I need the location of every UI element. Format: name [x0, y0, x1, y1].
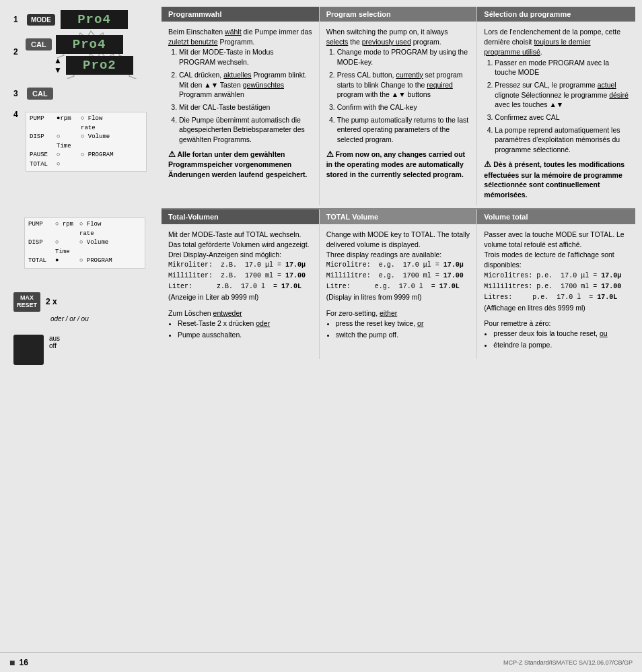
program-headers: Programmwahl Program selection Sélection… [162, 7, 635, 22]
step-4-num: 4 [13, 110, 22, 119]
total-content-en: Change with MODE key to TOTAL. The total… [320, 224, 478, 359]
prog-step-en-1: Change mode to PROGRAM by using the MODE… [337, 47, 470, 67]
max-reset-section: MAX RESET 2 x [13, 292, 155, 312]
mode-button[interactable]: MODE [27, 14, 55, 26]
prog-step-en-2: Press CAL button, currently set program … [337, 70, 470, 100]
reset-list-de: Reset-Taste 2 x drücken oder Pumpe aussc… [168, 318, 312, 340]
prog-content-fr: Lors de l'enclenchement de la pompe, cet… [477, 22, 635, 205]
step-3-row: 3 CAL [13, 88, 155, 100]
step-1-row: 1 MODE Pro4 [13, 10, 155, 29]
prog-step-fr-1: Passer en mode PROGRAM avec la touche MO… [495, 58, 629, 77]
display-pro4-step2: Pro4 [56, 35, 123, 54]
prog-step-de-1: Mit der MODE-Taste in Modus PROGRAM wech… [179, 47, 312, 67]
prog-step-en-4: The pump automatically returns to the la… [337, 115, 470, 145]
prog-steps-en: Change mode to PROGRAM by using the MODE… [326, 47, 470, 144]
status-display-step4: PUMP●rpm○ Flow rate DISP○ Time○ Volume P… [26, 112, 147, 172]
display-pro2-step2: Pro2 [66, 56, 133, 75]
total-content: Mit der MODE-Taste auf TOTAL wechseln. D… [162, 224, 635, 359]
step-3-num: 3 [13, 89, 22, 98]
prog-warning-fr: ⚠ Dès à présent, toutes les modification… [484, 159, 629, 200]
cal-button-step3[interactable]: CAL [27, 88, 53, 100]
reset-list-fr: presser deux fois la touche reset, ou ét… [484, 329, 629, 350]
total-section: Total-Volumen TOTAL Volume Volume total … [162, 208, 635, 359]
prog-step-fr-2: Pressez sur CAL, le programme actuel cli… [495, 80, 629, 110]
step-2-num: 2 [13, 47, 22, 57]
examples-de: Mikroliter: z.B. 17.0 μl = 17.0μ Millili… [168, 260, 312, 292]
aus-off-label: ausoff [49, 335, 60, 349]
total-content-de: Mit der MODE-Taste auf TOTAL wechseln. D… [162, 224, 320, 359]
prog-step-en-3: Confirm with the CAL-key [337, 102, 470, 112]
right-panels: Programmwahl Program selection Sélection… [162, 7, 635, 646]
oder-label: oder / or / ou [50, 315, 155, 323]
warning-icon-de: ⚠ [168, 149, 176, 159]
prog-step-de-4: Die Pumpe übernimmt automatisch die abge… [179, 115, 312, 145]
total-content-fr: Passer avec la touche MODE sur TOTAL. Le… [477, 224, 635, 359]
prog-content-de: Beim Einschalten wählt die Pumpe immer d… [162, 22, 320, 205]
step-4b-status: PUMP○ rpm○ Flow rate DISP○ Time○ Volume … [24, 215, 155, 269]
total-header-de: Total-Volumen [162, 209, 320, 224]
max-reset-button[interactable]: MAX RESET [13, 292, 40, 312]
prog-warning-de: ⚠ Alle fortan unter dem gewählten Progra… [168, 149, 312, 180]
black-square-icon [13, 335, 44, 365]
step-4-row: 4 PUMP●rpm○ Flow rate DISP○ Time○ Volume… [13, 110, 155, 172]
total-header-en: TOTAL Volume [320, 209, 478, 224]
display-pro4-step1: Pro4 [61, 10, 128, 29]
footer: ■ 16 MCP-Z Standard/ISMATEC SA/12.06.07/… [0, 652, 642, 672]
warning-icon-fr: ⚠ [484, 160, 491, 169]
page: 1 MODE Pro4 2 CAL Pro4 [0, 0, 642, 672]
prog-warning-en: ⚠ From now on, any changes carried out i… [326, 149, 470, 180]
step-1-num: 1 [13, 15, 22, 24]
2x-label: 2 x [46, 297, 57, 306]
footer-code: MCP-Z Standard/ISMATEC SA/12.06.07/CB/GP [503, 659, 633, 666]
main-content: 1 MODE Pro4 2 CAL Pro4 [0, 0, 642, 652]
total-headers: Total-Volumen TOTAL Volume Volume total [162, 209, 635, 224]
prog-header-fr: Sélection du programme [477, 7, 635, 22]
cal-button-step2[interactable]: CAL [26, 38, 52, 51]
prog-step-de-2: CAL drücken, aktuelles Programm blinkt. … [179, 70, 312, 100]
program-section: Programmwahl Program selection Sélection… [162, 7, 635, 205]
prog-header-de: Programmwahl [162, 7, 320, 22]
page-marker: ■ [9, 657, 15, 668]
left-panel: 1 MODE Pro4 2 CAL Pro4 [7, 7, 162, 646]
examples-fr: Microlitres: p.e. 17.0 μl = 17.0μ Millil… [484, 271, 629, 303]
page-number: 16 [19, 658, 28, 667]
prog-step-fr-3: Confirmez avec CAL [495, 112, 629, 123]
prog-step-de-3: Mit der CAL-Taste bestätigen [179, 102, 312, 112]
prog-steps-fr: Passer en mode PROGRAM avec la touche MO… [484, 58, 629, 155]
total-header-fr: Volume total [477, 209, 635, 224]
prog-content-en: When switching the pump on, it always se… [320, 22, 478, 205]
prog-steps-de: Mit der MODE-Taste in Modus PROGRAM wech… [168, 47, 312, 144]
prog-header-en: Program selection [320, 7, 478, 22]
reset-list-en: press the reset key twice, or switch the… [326, 318, 470, 340]
program-content: Beim Einschalten wählt die Pumpe immer d… [162, 22, 635, 205]
prog-step-fr-4: La pompe reprend automatiquement les par… [495, 125, 629, 155]
examples-en: Microlitre: e.g. 17.0 μl = 17.0μ Millili… [326, 260, 470, 292]
status-display-step4b: PUMP○ rpm○ Flow rate DISP○ Time○ Volume … [24, 217, 145, 269]
warning-icon-en: ⚠ [326, 149, 334, 159]
